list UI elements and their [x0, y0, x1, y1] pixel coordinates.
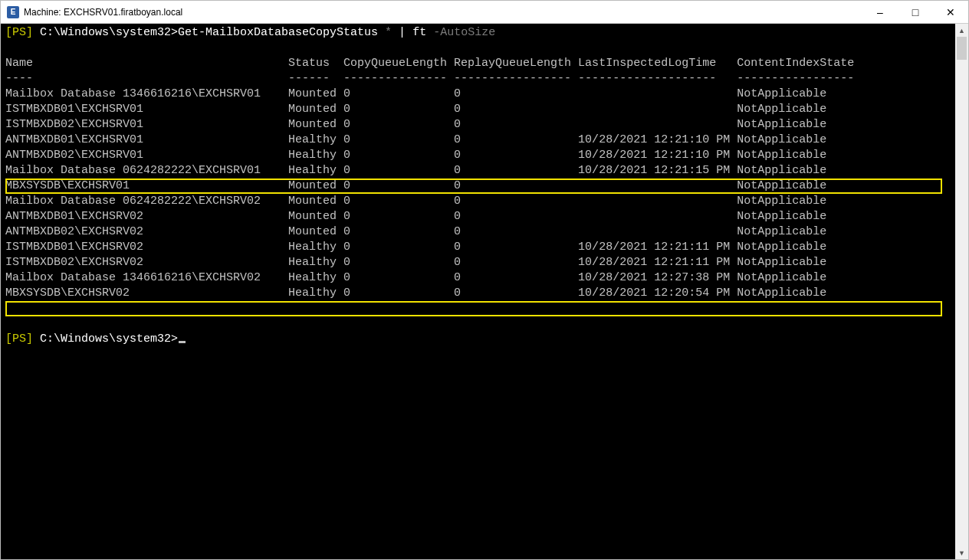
close-button[interactable]: ✕ — [933, 1, 968, 23]
scroll-up-button[interactable]: ▲ — [955, 24, 968, 37]
maximize-button[interactable]: □ — [898, 1, 933, 23]
vertical-scrollbar[interactable]: ▲ ▼ — [955, 24, 968, 559]
scroll-track[interactable] — [955, 37, 968, 546]
app-icon: E — [7, 6, 19, 18]
terminal-output[interactable]: [PS] C:\Windows\system32>Get-MailboxData… — [1, 24, 955, 559]
window-title: Machine: EXCHSRV01.firatboyan.local — [24, 7, 862, 18]
scroll-thumb[interactable] — [957, 37, 967, 60]
window-titlebar: E Machine: EXCHSRV01.firatboyan.local – … — [1, 1, 968, 24]
terminal-area: [PS] C:\Windows\system32>Get-MailboxData… — [1, 24, 968, 559]
minimize-button[interactable]: – — [862, 1, 898, 23]
scroll-down-button[interactable]: ▼ — [955, 546, 968, 559]
window-controls: – □ ✕ — [862, 1, 968, 23]
